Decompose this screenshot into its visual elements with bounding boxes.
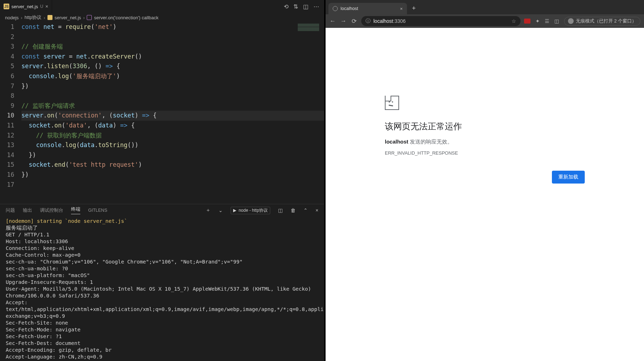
- back-button[interactable]: ←: [329, 17, 336, 25]
- vscode-window: JS server_net.js U × ⟲ ⇅ ◫ ⋯ nodejs › ht…: [0, 0, 324, 361]
- browser-tab[interactable]: localhost ×: [328, 3, 407, 14]
- site-info-icon[interactable]: ⓘ: [366, 18, 371, 24]
- chevron-up-icon[interactable]: ⌃: [303, 207, 308, 213]
- sad-page-icon: [385, 96, 399, 110]
- editor-tab[interactable]: JS server_net.js U ×: [0, 0, 52, 13]
- split-editor-icon[interactable]: ◫: [303, 3, 308, 10]
- breadcrumb[interactable]: nodejs › http协议 › server_net.js › server…: [0, 13, 324, 22]
- kill-terminal-icon[interactable]: 🗑: [291, 207, 296, 213]
- panel-tab-terminal[interactable]: 终端: [71, 206, 80, 214]
- side-panel-icon[interactable]: ◫: [554, 18, 559, 24]
- reload-button[interactable]: 重新加载: [552, 171, 585, 184]
- browser-viewport: 该网页无法正常运作 localhost 发送的响应无效。 ERR_INVALID…: [326, 28, 644, 361]
- symbol-method-icon: [87, 15, 92, 20]
- close-tab-icon[interactable]: ×: [400, 6, 403, 11]
- browser-window: localhost × + ← → ⟳ ⓘ localhost:3306 ☆ ✦…: [326, 0, 644, 361]
- js-file-icon: [47, 15, 52, 20]
- crumb-folder[interactable]: http协议: [25, 14, 42, 21]
- editor-tabbar: JS server_net.js U × ⟲ ⇅ ◫ ⋯: [0, 0, 324, 13]
- chevron-right-icon: ›: [83, 15, 85, 20]
- terminal-output[interactable]: [nodemon] starting `node server_net.js` …: [0, 216, 324, 361]
- play-icon: ▶: [233, 208, 236, 213]
- browser-tabstrip: localhost × +: [326, 0, 644, 14]
- minimap[interactable]: [298, 24, 319, 34]
- tab-close-icon[interactable]: ×: [45, 4, 48, 9]
- globe-icon: [333, 6, 338, 11]
- bookmark-star-icon[interactable]: ☆: [512, 18, 516, 24]
- incognito-icon: [568, 18, 574, 24]
- address-bar[interactable]: ⓘ localhost:3306 ☆: [361, 16, 520, 26]
- close-panel-icon[interactable]: ×: [316, 207, 318, 213]
- tab-filename: server_net.js: [11, 4, 38, 9]
- tab-dirty-indicator: U: [40, 4, 43, 9]
- more-actions-icon[interactable]: ⋯: [313, 3, 319, 10]
- js-file-icon: JS: [4, 4, 9, 9]
- forward-button[interactable]: →: [340, 17, 347, 25]
- reading-list-icon[interactable]: ☰: [545, 18, 549, 24]
- incognito-label: 无痕模式（已打开 2 个窗口）: [576, 18, 637, 24]
- chevron-right-icon: ›: [44, 15, 45, 20]
- new-tab-button[interactable]: +: [409, 5, 419, 14]
- bottom-panel: 问题 输出 调试控制台 终端 GITLENS ＋ ⌄ ▶ node - http…: [0, 204, 324, 361]
- panel-tab-gitlens[interactable]: GITLENS: [88, 208, 107, 213]
- terminal-selector[interactable]: ▶ node - http协议: [231, 207, 270, 214]
- new-terminal-icon[interactable]: ＋: [206, 207, 211, 214]
- panel-tab-debug[interactable]: 调试控制台: [40, 207, 63, 214]
- error-host: localhost: [385, 139, 408, 145]
- panel-tabs: 问题 输出 调试控制台 终端 GITLENS ＋ ⌄ ▶ node - http…: [0, 204, 324, 216]
- error-title: 该网页无法正常运作: [385, 121, 585, 132]
- editor-actions: ⟲ ⇅ ◫ ⋯: [284, 3, 324, 10]
- split-terminal-icon[interactable]: ◫: [278, 207, 283, 213]
- history-icon[interactable]: ⟲: [284, 3, 288, 10]
- crumb-symbol[interactable]: server.on('connection') callback: [94, 15, 159, 20]
- reload-button[interactable]: ⟳: [351, 17, 358, 25]
- code-editor[interactable]: 1234567891011121314151617 const net = re…: [0, 22, 324, 204]
- error-description: localhost 发送的响应无效。: [385, 139, 585, 145]
- compare-changes-icon[interactable]: ⇅: [293, 3, 298, 10]
- browser-toolbar: ← → ⟳ ⓘ localhost:3306 ☆ ✦ ☰ ◫ 无痕模式（已打开 …: [326, 14, 644, 28]
- crumb-file[interactable]: server_net.js: [55, 15, 81, 20]
- crumb-folder[interactable]: nodejs: [5, 15, 19, 20]
- error-code: ERR_INVALID_HTTP_RESPONSE: [385, 150, 585, 156]
- address-host: localhost: [373, 18, 393, 24]
- extensions-puzzle-icon[interactable]: ✦: [535, 18, 540, 24]
- line-number-gutter: 1234567891011121314151617: [0, 22, 21, 204]
- address-rest: :3306: [393, 18, 406, 24]
- browser-tab-title: localhost: [341, 6, 397, 11]
- chevron-right-icon: ›: [21, 15, 22, 20]
- terminal-name: node - http协议: [238, 207, 267, 214]
- code-content[interactable]: const net = require('net') // 创建服务端const…: [21, 22, 324, 204]
- panel-tab-output[interactable]: 输出: [23, 207, 32, 214]
- error-page: 该网页无法正常运作 localhost 发送的响应无效。 ERR_INVALID…: [385, 96, 585, 184]
- extension-icon[interactable]: [524, 19, 530, 24]
- panel-tab-problems[interactable]: 问题: [6, 207, 15, 214]
- terminal-dropdown-icon[interactable]: ⌄: [218, 207, 223, 213]
- incognito-badge[interactable]: 无痕模式（已打开 2 个窗口）: [564, 17, 640, 26]
